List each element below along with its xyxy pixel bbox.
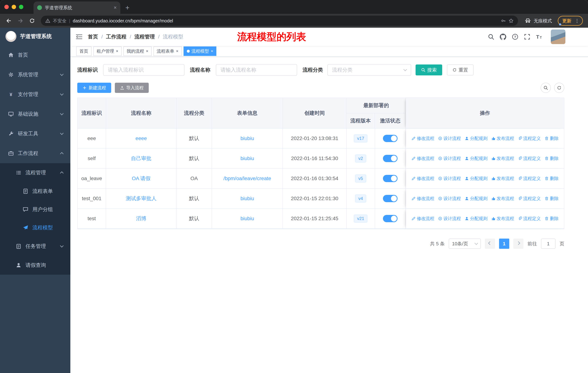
process-name-link[interactable]: 滔博 bbox=[136, 215, 146, 222]
page-1-button[interactable]: 1 bbox=[499, 239, 509, 249]
action-edit-link[interactable]: 修改流程 bbox=[411, 176, 434, 181]
action-edit-link[interactable]: 修改流程 bbox=[411, 135, 434, 141]
sidebar-logo[interactable]: 芋道管理系统 bbox=[0, 28, 70, 45]
tag-my-process[interactable]: 我的流程 × bbox=[123, 46, 152, 56]
close-window-button[interactable] bbox=[4, 5, 9, 9]
create-process-button[interactable]: 新建流程 bbox=[77, 83, 111, 93]
address-bar[interactable]: 不安全 | dashboard.yudao.iocoder.cn/bpm/man… bbox=[41, 16, 518, 26]
bookmark-star-icon[interactable] bbox=[509, 18, 514, 23]
sidebar-item-payment[interactable]: 支付管理 bbox=[0, 84, 70, 104]
sidebar-item-devtools[interactable]: 研发工具 bbox=[0, 124, 70, 143]
action-definition-link[interactable]: 流程定义 bbox=[518, 135, 541, 141]
reload-button[interactable] bbox=[27, 16, 37, 26]
breadcrumb-workflow[interactable]: 工作流程 bbox=[106, 33, 126, 40]
action-design-link[interactable]: 设计流程 bbox=[438, 196, 461, 202]
import-process-button[interactable]: 导入流程 bbox=[115, 83, 149, 93]
action-design-link[interactable]: 设计流程 bbox=[438, 135, 461, 141]
tag-home[interactable]: 首页 bbox=[76, 46, 92, 56]
close-tag-icon[interactable]: × bbox=[116, 49, 118, 53]
sidebar-item-user-group[interactable]: 用户分组 bbox=[0, 200, 70, 219]
category-select[interactable]: 流程分类 bbox=[327, 64, 411, 76]
action-assign-link[interactable]: 分配规则 bbox=[465, 156, 488, 161]
process-name-link[interactable]: 测试多审批人 bbox=[126, 195, 156, 202]
sidebar-item-home[interactable]: 首页 bbox=[0, 45, 70, 65]
action-publish-link[interactable]: 发布流程 bbox=[491, 176, 514, 181]
page-size-select[interactable]: 10条/页 bbox=[449, 239, 481, 249]
action-delete-link[interactable]: 删除 bbox=[545, 176, 559, 181]
sidebar-item-workflow[interactable]: 工作流程 bbox=[0, 143, 70, 163]
sidebar-item-process-model[interactable]: 流程模型 bbox=[0, 219, 70, 237]
github-icon[interactable] bbox=[500, 33, 506, 40]
help-icon[interactable] bbox=[512, 33, 518, 40]
breadcrumb-home[interactable]: 首页 bbox=[88, 33, 98, 40]
action-delete-link[interactable]: 删除 bbox=[545, 196, 559, 202]
process-name-link[interactable]: OA 请假 bbox=[132, 175, 151, 182]
active-toggle[interactable] bbox=[383, 195, 398, 202]
search-icon[interactable] bbox=[488, 33, 494, 40]
action-assign-link[interactable]: 分配规则 bbox=[465, 135, 488, 141]
password-key-icon[interactable] bbox=[501, 18, 506, 23]
sidebar-item-task-manage[interactable]: 任务管理 bbox=[0, 237, 70, 256]
update-label[interactable]: 更新 bbox=[562, 18, 571, 24]
sidebar-item-system[interactable]: 系统管理 bbox=[0, 65, 70, 84]
fullscreen-icon[interactable] bbox=[524, 33, 530, 40]
breadcrumb-process-manage[interactable]: 流程管理 bbox=[135, 33, 155, 40]
action-design-link[interactable]: 设计流程 bbox=[438, 156, 461, 161]
action-definition-link[interactable]: 流程定义 bbox=[518, 176, 541, 181]
browser-update-menu[interactable]: 更新 ⋮ bbox=[558, 16, 583, 26]
action-edit-link[interactable]: 修改流程 bbox=[411, 156, 434, 161]
user-avatar[interactable] bbox=[551, 30, 565, 44]
active-toggle[interactable] bbox=[383, 135, 398, 142]
action-design-link[interactable]: 设计流程 bbox=[438, 216, 461, 222]
action-publish-link[interactable]: 发布流程 bbox=[491, 216, 514, 222]
sidebar-item-process-form[interactable]: 流程表单 bbox=[0, 182, 70, 200]
action-assign-link[interactable]: 分配规则 bbox=[465, 176, 488, 181]
action-publish-link[interactable]: 发布流程 bbox=[491, 196, 514, 202]
prev-page-button[interactable] bbox=[485, 239, 495, 249]
toggle-search-button[interactable] bbox=[541, 83, 551, 93]
sidebar-fold-button[interactable] bbox=[70, 33, 88, 40]
form-info-link[interactable]: biubiu bbox=[241, 135, 254, 141]
action-definition-link[interactable]: 流程定义 bbox=[518, 216, 541, 222]
form-info-link[interactable]: biubiu bbox=[241, 156, 254, 161]
reset-button[interactable]: 重置 bbox=[447, 64, 473, 75]
new-tab-button[interactable]: + bbox=[120, 1, 135, 14]
form-info-link[interactable]: biubiu bbox=[241, 196, 254, 202]
zoom-window-button[interactable] bbox=[19, 5, 23, 9]
refresh-table-button[interactable] bbox=[554, 83, 564, 93]
goto-page-input[interactable] bbox=[541, 239, 556, 249]
action-edit-link[interactable]: 修改流程 bbox=[411, 216, 434, 222]
action-delete-link[interactable]: 删除 bbox=[545, 156, 559, 161]
action-definition-link[interactable]: 流程定义 bbox=[518, 196, 541, 202]
action-delete-link[interactable]: 删除 bbox=[545, 135, 559, 141]
url-text[interactable]: dashboard.yudao.iocoder.cn/bpm/manager/m… bbox=[73, 18, 498, 23]
action-design-link[interactable]: 设计流程 bbox=[438, 176, 461, 181]
process-key-input[interactable] bbox=[103, 64, 184, 76]
form-info-link[interactable]: /bpm/oa/leave/create bbox=[223, 176, 271, 181]
form-info-link[interactable]: biubiu bbox=[241, 216, 254, 222]
active-toggle[interactable] bbox=[383, 155, 398, 162]
browser-tab[interactable]: 芋道管理系统 × bbox=[33, 1, 120, 14]
tag-tenant[interactable]: 租户管理 × bbox=[93, 46, 122, 56]
tag-process-form[interactable]: 流程表单 × bbox=[153, 46, 182, 56]
action-edit-link[interactable]: 修改流程 bbox=[411, 196, 434, 202]
active-toggle[interactable] bbox=[383, 215, 398, 222]
forward-button[interactable] bbox=[15, 16, 26, 26]
action-publish-link[interactable]: 发布流程 bbox=[491, 135, 514, 141]
action-assign-link[interactable]: 分配规则 bbox=[465, 216, 488, 222]
action-publish-link[interactable]: 发布流程 bbox=[491, 156, 514, 161]
sidebar-item-infrastructure[interactable]: 基础设施 bbox=[0, 104, 70, 124]
back-button[interactable] bbox=[4, 16, 14, 26]
close-tag-icon[interactable]: × bbox=[176, 49, 178, 53]
process-name-input[interactable] bbox=[216, 64, 297, 76]
process-name-link[interactable]: 自己审批 bbox=[131, 155, 151, 162]
sidebar-item-leave-query[interactable]: 请假查询 bbox=[0, 256, 70, 275]
sidebar-item-process-manage[interactable]: 流程管理 bbox=[0, 163, 70, 182]
minimize-window-button[interactable] bbox=[12, 5, 16, 9]
active-toggle[interactable] bbox=[383, 175, 398, 182]
process-name-link[interactable]: eeee bbox=[136, 135, 147, 141]
next-page-button[interactable] bbox=[513, 239, 524, 249]
security-label[interactable]: 不安全 bbox=[53, 18, 66, 24]
font-size-icon[interactable] bbox=[536, 33, 542, 40]
menu-dots-icon[interactable]: ⋮ bbox=[574, 18, 580, 24]
